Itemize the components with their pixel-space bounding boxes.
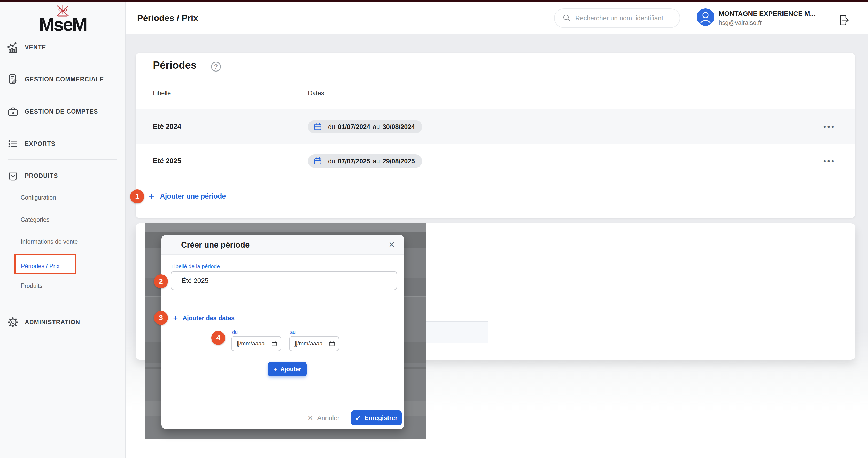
save-button[interactable]: ✓ Enregistrer: [351, 411, 402, 425]
subitem-label: Catégories: [21, 216, 49, 223]
user-name: MONTAGNE EXPERIENCE M...: [719, 10, 815, 18]
add-button-label: Ajouter: [280, 366, 301, 373]
search-input[interactable]: [575, 14, 674, 22]
dates-section-divider: [352, 323, 353, 384]
sidebar-item-gestion-commerciale[interactable]: GESTION COMMERCIALE: [0, 71, 126, 88]
modal-title: Créer une période: [181, 240, 250, 250]
list-icon: [7, 138, 19, 150]
sidebar-item-administration[interactable]: ADMINISTRATION: [0, 314, 126, 330]
cancel-button[interactable]: ✕ Annuler: [308, 411, 339, 425]
sidebar-subitem-categories[interactable]: Catégories: [21, 213, 49, 226]
from-date-label: du: [232, 329, 238, 335]
cross-icon: ✕: [308, 414, 313, 422]
help-icon[interactable]: ?: [211, 62, 221, 71]
sidebar-subitem-periodes-prix[interactable]: Périodes / Prix: [21, 257, 60, 275]
calendar-icon: [314, 157, 322, 165]
date-word: au: [373, 158, 380, 165]
from-date-input[interactable]: jj/mm/aaaa: [231, 336, 281, 351]
date-start: 01/07/2024: [338, 123, 370, 131]
underlying-content-fragment: [426, 321, 488, 343]
date-placeholder: jj/mm/aaaa: [295, 340, 329, 347]
row-actions-menu[interactable]: •••: [817, 144, 841, 178]
row-actions-menu[interactable]: •••: [817, 109, 841, 144]
sidebar-divider: [8, 159, 117, 160]
document-edit-icon: [7, 73, 19, 85]
date-word: du: [328, 123, 335, 131]
avatar[interactable]: [697, 8, 714, 26]
date-word: au: [373, 123, 380, 131]
sidebar-subitem-informations-de-vente[interactable]: Informations de vente: [21, 235, 78, 248]
badge-number: 1: [135, 192, 139, 201]
sidebar-item-label: ADMINISTRATION: [25, 319, 80, 326]
modal-separator: [171, 298, 397, 298]
plus-icon: +: [173, 314, 178, 323]
table-row[interactable]: Eté 2024 du 01/07/2024 au 30/08/2024 •••: [135, 109, 855, 144]
chart-icon: [7, 41, 19, 53]
more-dots-icon: •••: [823, 122, 835, 131]
period-label-input[interactable]: [171, 271, 397, 290]
annotation-highlight-box: Périodes / Prix: [14, 254, 76, 274]
to-date-label: au: [290, 329, 296, 335]
plus-icon: +: [273, 365, 277, 373]
logout-icon[interactable]: [838, 14, 850, 26]
sidebar-item-label: EXPORTS: [25, 140, 55, 148]
subitem-label: Configuration: [21, 194, 56, 201]
help-glyph: ?: [214, 63, 218, 70]
sidebar-item-vente[interactable]: VENTE: [0, 39, 126, 56]
search-icon: [562, 14, 571, 23]
backdrop-stripe: [145, 223, 426, 232]
annotation-badge-1: 1: [130, 190, 144, 203]
subitem-label: Périodes / Prix: [21, 263, 60, 270]
table-divider: [135, 178, 855, 178]
date-placeholder: jj/mm/aaaa: [237, 340, 271, 347]
add-dates-link[interactable]: + Ajouter des dates: [173, 312, 235, 324]
to-date-input[interactable]: jj/mm/aaaa: [289, 336, 339, 351]
subitem-label: Produits: [21, 283, 42, 289]
briefcase-icon: [7, 106, 19, 118]
calendar-picker-icon[interactable]: [271, 340, 277, 347]
sidebar-divider: [8, 127, 117, 127]
sidebar-subitem-produits[interactable]: Produits: [21, 279, 42, 292]
periods-card: Périodes ? Libellé Dates Eté 2024 du 01/…: [135, 53, 855, 218]
card-title: Périodes: [153, 59, 196, 71]
bag-icon: [7, 170, 19, 182]
sidebar-divider: [8, 95, 117, 95]
create-period-modal: Créer une période ✕ Libellé de la périod…: [161, 235, 404, 429]
sidebar-item-label: GESTION DE COMPTES: [25, 108, 98, 115]
logo-text: MseM: [0, 14, 126, 35]
more-dots-icon: •••: [823, 157, 835, 165]
gear-icon: [7, 316, 19, 328]
date-range-chip: du 01/07/2024 au 30/08/2024: [308, 120, 422, 133]
sidebar-item-gestion-de-comptes[interactable]: GESTION DE COMPTES: [0, 103, 126, 120]
sidebar-item-label: VENTE: [25, 44, 46, 51]
sidebar-subitem-configuration[interactable]: Configuration: [21, 191, 56, 204]
sidebar-item-produits[interactable]: PRODUITS: [0, 168, 126, 184]
period-label: Eté 2024: [153, 109, 181, 144]
sidebar-item-exports[interactable]: EXPORTS: [0, 135, 126, 152]
add-period-link[interactable]: + Ajouter une période: [149, 187, 226, 206]
table-row[interactable]: Eté 2025 du 07/07/2025 au 29/08/2025 •••: [135, 144, 855, 178]
page-title: Périodes / Prix: [137, 13, 198, 23]
badge-number: 4: [216, 334, 220, 342]
app-root: MseM VENTE GESTION COMMERCIALE: [0, 0, 868, 458]
sidebar-divider: [8, 63, 117, 63]
date-end: 29/08/2025: [382, 158, 415, 165]
badge-number: 3: [159, 314, 163, 322]
cancel-label: Annuler: [317, 414, 339, 422]
check-icon: ✓: [355, 414, 361, 422]
msem-logo: MseM: [0, 4, 126, 35]
calendar-picker-icon[interactable]: [329, 340, 335, 347]
subitem-label: Informations de vente: [21, 238, 78, 245]
add-date-range-button[interactable]: + Ajouter: [268, 362, 307, 377]
plus-icon: +: [149, 191, 154, 202]
date-start: 07/07/2025: [338, 158, 370, 165]
add-dates-label: Ajouter des dates: [183, 315, 235, 322]
annotation-badge-2: 2: [154, 274, 168, 288]
user-icon: [697, 8, 714, 26]
close-icon[interactable]: ✕: [389, 240, 395, 249]
calendar-icon: [314, 123, 322, 131]
sidebar-item-label: GESTION COMMERCIALE: [25, 76, 104, 83]
save-label: Enregistrer: [364, 414, 397, 422]
content-area: Périodes ? Libellé Dates Eté 2024 du 01/…: [126, 34, 868, 458]
sidebar: MseM VENTE GESTION COMMERCIALE: [0, 2, 126, 458]
